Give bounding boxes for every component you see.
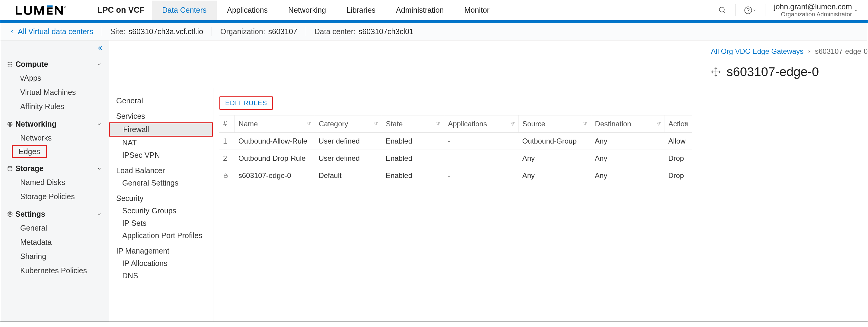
tab-libraries[interactable]: Libraries	[336, 0, 386, 20]
user-menu[interactable]: john.grant@lumen.com Organization Admini…	[774, 3, 858, 18]
svg-rect-21	[224, 175, 227, 178]
svg-point-17	[8, 166, 12, 168]
sidebar-item-affinity-rules[interactable]: Affinity Rules	[0, 100, 108, 114]
nav-head-networking[interactable]: Networking	[0, 117, 108, 131]
detail-item-nat[interactable]: NAT	[116, 137, 213, 149]
cell-state: Enabled	[382, 150, 444, 167]
svg-point-3	[719, 7, 724, 12]
cell-name: Outbound-Allow-Rule	[235, 133, 315, 150]
svg-point-8	[9, 62, 10, 63]
sidebar-item-kubernetes-policies[interactable]: Kubernetes Policies	[0, 264, 108, 278]
svg-point-13	[8, 65, 9, 66]
nav-head-label: Compute	[16, 60, 48, 69]
svg-point-10	[8, 64, 9, 65]
col-action[interactable]: Action⧩	[664, 115, 692, 133]
sidebar-item-vapps[interactable]: vApps	[0, 71, 108, 85]
detail-item-security-groups[interactable]: Security Groups	[116, 205, 213, 217]
collapse-sidebar-icon[interactable]	[97, 45, 103, 51]
filter-icon[interactable]: ⧩	[436, 121, 440, 127]
nav-head-settings[interactable]: Settings	[0, 207, 108, 221]
nav-head-label: Storage	[16, 164, 43, 173]
context-bar: All Virtual data centers Site: s603107ch…	[0, 23, 868, 40]
sidebar-item-edges[interactable]: Edges	[12, 145, 47, 158]
nav-head-label: Networking	[16, 120, 56, 129]
col-state[interactable]: State⧩	[382, 115, 444, 133]
firewall-rules-table: # Name⧩ Category⧩ State⧩ Applications⧩ S…	[219, 115, 692, 184]
col-source[interactable]: Source⧩	[519, 115, 591, 133]
breadcrumb: All Org VDC Edge Gateways s603107-edge-0	[711, 47, 868, 56]
back-label: All Virtual data centers	[18, 27, 93, 36]
filter-icon[interactable]: ⧩	[583, 121, 587, 127]
sidebar: Compute vApps Virtual Machines Affinity …	[0, 40, 109, 322]
detail-item-ip-allocations[interactable]: IP Allocations	[116, 257, 213, 270]
detail-item-ip-sets[interactable]: IP Sets	[116, 217, 213, 229]
detail-section-security: Security	[116, 189, 213, 205]
table-row[interactable]: 2Outbound-Drop-RuleUser definedEnabled-A…	[219, 150, 692, 167]
detail-item-lb-general[interactable]: General Settings	[116, 177, 213, 189]
detail-nav: General Services Firewall NAT IPSec VPN …	[109, 88, 213, 322]
nav-group-compute: Compute vApps Virtual Machines Affinity …	[0, 57, 108, 114]
tab-monitor[interactable]: Monitor	[454, 0, 499, 20]
user-role: Organization Administrator	[774, 11, 852, 18]
chevron-right-icon	[807, 49, 811, 54]
detail-item-dns[interactable]: DNS	[116, 270, 213, 282]
svg-point-5	[745, 7, 751, 13]
detail-item-app-port-profiles[interactable]: Application Port Profiles	[116, 229, 213, 242]
nav-head-compute[interactable]: Compute	[0, 57, 108, 71]
search-icon[interactable]	[718, 6, 727, 15]
breadcrumb-root[interactable]: All Org VDC Edge Gateways	[711, 47, 803, 56]
edit-rules-button[interactable]: EDIT RULES	[219, 97, 273, 110]
sidebar-item-general[interactable]: General	[0, 221, 108, 235]
chevron-down-icon	[97, 121, 102, 127]
detail-item-general[interactable]: General	[116, 97, 213, 107]
filter-icon[interactable]: ⧩	[374, 121, 378, 127]
detail-header: All Org VDC Edge Gateways s603107-edge-0…	[702, 40, 868, 88]
tab-networking[interactable]: Networking	[278, 0, 336, 20]
tab-data-centers[interactable]: Data Centers	[152, 0, 217, 20]
cell-state: Enabled	[382, 133, 444, 150]
sidebar-item-virtual-machines[interactable]: Virtual Machines	[0, 85, 108, 100]
ctx-org: Organization: s603107	[220, 27, 297, 36]
detail-item-ipsec-vpn[interactable]: IPSec VPN	[116, 149, 213, 161]
back-all-vdcs[interactable]: All Virtual data centers	[9, 27, 93, 36]
storage-icon	[7, 166, 16, 172]
col-applications[interactable]: Applications⧩	[444, 115, 519, 133]
filter-icon[interactable]: ⧩	[307, 121, 311, 127]
tab-administration[interactable]: Administration	[386, 0, 454, 20]
filter-icon[interactable]: ⧩	[684, 121, 688, 127]
col-name[interactable]: Name⧩	[235, 115, 315, 133]
table-row[interactable]: 1Outbound-Allow-RuleUser definedEnabled-…	[219, 133, 692, 150]
cell-applications: -	[444, 150, 519, 167]
nav-head-storage[interactable]: Storage	[0, 162, 108, 175]
filter-icon[interactable]: ⧩	[656, 121, 661, 127]
detail-item-firewall[interactable]: Firewall	[109, 122, 213, 137]
divider	[306, 27, 306, 36]
sidebar-item-named-disks[interactable]: Named Disks	[0, 175, 108, 190]
cell-name: s603107-edge-0	[235, 167, 315, 184]
user-email: john.grant@lumen.com	[774, 3, 852, 11]
app-title: LPC on VCF	[94, 5, 152, 15]
sidebar-item-storage-policies[interactable]: Storage Policies	[0, 190, 108, 204]
col-destination[interactable]: Destination⧩	[591, 115, 664, 133]
table-row[interactable]: s603107-edge-0DefaultEnabled-AnyAnyDrop	[219, 167, 692, 184]
table-header-row: # Name⧩ Category⧩ State⧩ Applications⧩ S…	[219, 115, 692, 133]
cell-applications: -	[444, 133, 519, 150]
logo: R	[0, 5, 94, 15]
sidebar-item-networks[interactable]: Networks	[0, 131, 108, 145]
sidebar-item-metadata[interactable]: Metadata	[0, 235, 108, 249]
tab-applications[interactable]: Applications	[217, 0, 278, 20]
cell-category: User defined	[315, 150, 382, 167]
col-category[interactable]: Category⧩	[315, 115, 382, 133]
help-icon[interactable]	[744, 6, 756, 15]
accent-strip	[0, 20, 868, 23]
sidebar-item-sharing[interactable]: Sharing	[0, 249, 108, 264]
chevron-left-icon	[9, 29, 15, 34]
svg-text:R: R	[64, 6, 66, 7]
svg-rect-0	[47, 5, 53, 7]
divider	[212, 27, 212, 36]
cell-category: Default	[315, 167, 382, 184]
nav-group-settings: Settings General Metadata Sharing Kubern…	[0, 207, 108, 278]
svg-point-11	[9, 64, 10, 65]
filter-icon[interactable]: ⧩	[510, 121, 515, 127]
main-content: EDIT RULES # Name⧩ Category⧩ State⧩ Appl…	[213, 88, 702, 322]
